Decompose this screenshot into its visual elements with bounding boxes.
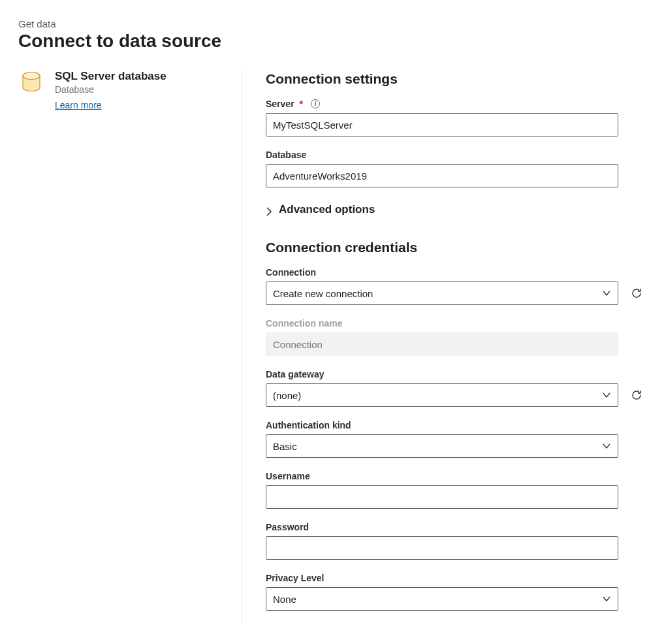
connection-label: Connection (266, 267, 646, 278)
username-label: Username (266, 471, 646, 481)
svg-point-1 (23, 72, 40, 80)
chevron-down-icon (602, 594, 611, 604)
privacy-level-label: Privacy Level (266, 573, 646, 583)
privacy-level-select-value: None (273, 594, 296, 605)
server-input[interactable] (266, 113, 618, 137)
sidebar: SQL Server database Database Learn more (18, 70, 242, 624)
refresh-connection-button[interactable] (627, 284, 646, 302)
connection-name-label: Connection name (266, 318, 646, 329)
chevron-down-icon (602, 391, 611, 400)
connection-name-input (266, 332, 618, 356)
advanced-options-toggle[interactable]: Advanced options (266, 203, 646, 216)
password-label: Password (266, 522, 646, 532)
server-label-text: Server (266, 99, 294, 109)
database-label: Database (266, 150, 646, 160)
username-input[interactable] (266, 485, 618, 509)
datasource-title: SQL Server database (55, 70, 166, 83)
data-gateway-select[interactable]: (none) (266, 383, 618, 407)
password-input[interactable] (266, 536, 618, 560)
main-panel: Connection settings Server * i Database … (266, 70, 646, 624)
learn-more-link[interactable]: Learn more (55, 100, 102, 110)
breadcrumb: Get data (18, 18, 646, 29)
connection-select-value: Create new connection (273, 288, 373, 299)
auth-kind-label: Authentication kind (266, 420, 646, 430)
database-input[interactable] (266, 164, 618, 187)
server-label: Server * i (266, 99, 646, 109)
data-gateway-select-value: (none) (273, 390, 301, 401)
data-gateway-label: Data gateway (266, 369, 646, 379)
database-icon (18, 70, 44, 99)
auth-kind-select[interactable]: Basic (266, 434, 618, 458)
auth-kind-select-value: Basic (273, 441, 297, 452)
connection-credentials-heading: Connection credentials (266, 240, 646, 255)
refresh-gateway-button[interactable] (627, 386, 646, 404)
page-title: Connect to data source (18, 31, 646, 52)
chevron-down-icon (602, 289, 611, 298)
chevron-down-icon (602, 442, 611, 451)
info-icon[interactable]: i (311, 99, 320, 108)
datasource-category: Database (55, 84, 166, 95)
privacy-level-select[interactable]: None (266, 587, 618, 611)
connection-settings-heading: Connection settings (266, 71, 646, 87)
required-asterisk: * (300, 99, 303, 109)
chevron-right-icon (266, 206, 272, 213)
advanced-options-label: Advanced options (279, 203, 375, 216)
vertical-divider (242, 70, 242, 624)
connection-select[interactable]: Create new connection (266, 282, 618, 305)
